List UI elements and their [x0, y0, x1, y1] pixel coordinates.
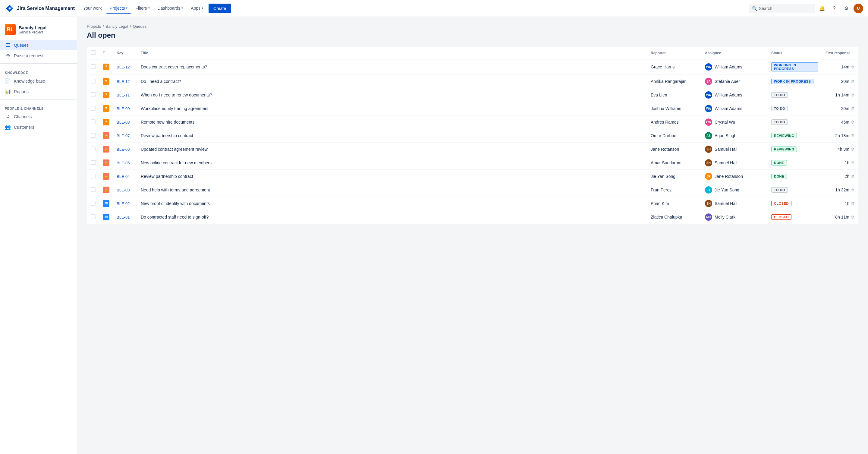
issue-key[interactable]: BLE-06 — [117, 147, 130, 152]
issue-assignee: SH Samuel Hall — [705, 159, 764, 167]
sidebar-item-reports[interactable]: 📊 Reports — [0, 86, 77, 97]
issue-key[interactable]: BLE-04 — [117, 174, 130, 179]
issue-title[interactable]: New proof of identity with documents — [137, 197, 647, 210]
sidebar-item-raise-request[interactable]: ⊕ Raise a request — [0, 50, 77, 61]
issue-reporter: Fran Perez — [647, 183, 701, 197]
issue-title[interactable]: Remote new hire documents — [137, 116, 647, 129]
breadcrumb-project[interactable]: Bancly Legal — [106, 24, 128, 29]
search-input[interactable] — [759, 6, 812, 11]
row-checkbox[interactable] — [91, 133, 96, 138]
issue-type-badge: ✉ — [103, 214, 110, 220]
nav-apps[interactable]: Apps ▾ — [187, 3, 207, 13]
row-checkbox[interactable] — [91, 106, 96, 111]
table-row: 🔒 BLE-07 Review partnership contract Oma… — [87, 129, 858, 143]
sidebar-item-channels[interactable]: 🖥 Channels — [0, 112, 77, 122]
issue-type-badge: 🔒 — [103, 187, 110, 193]
issues-table: T Key Title Reporter Assignee Status Fir… — [87, 47, 858, 224]
row-checkbox[interactable] — [91, 79, 96, 84]
assignee-avatar: WA — [705, 105, 712, 112]
th-key: Key — [113, 47, 137, 59]
issue-key[interactable]: BLE-05 — [117, 161, 130, 165]
issue-reporter: Annika Rangarajan — [647, 75, 701, 88]
apps-chevron-icon: ▾ — [202, 6, 203, 10]
first-response: 4h 3m ⏱ — [826, 147, 855, 152]
status-badge: TO DO — [771, 119, 788, 125]
assignee-name: Jie Yan Song — [715, 187, 739, 192]
first-response: 20m ⏱ — [826, 79, 855, 84]
row-checkbox[interactable] — [91, 214, 96, 219]
breadcrumb-projects[interactable]: Projects — [87, 24, 101, 29]
issue-key[interactable]: BLE-08 — [117, 120, 130, 124]
row-checkbox[interactable] — [91, 174, 96, 178]
search-box[interactable]: 🔍 — [749, 4, 815, 13]
response-time: 2h 18m — [835, 133, 849, 138]
nav-projects[interactable]: Projects ▾ — [106, 3, 131, 13]
issue-key[interactable]: BLE-02 — [117, 201, 130, 206]
issue-title[interactable]: Do I need a contract? — [137, 75, 647, 88]
sidebar-channels-label: Channels — [14, 114, 32, 119]
notifications-button[interactable]: 🔔 — [817, 4, 827, 13]
settings-button[interactable]: ⚙ — [841, 4, 851, 13]
sidebar-item-knowledge-base[interactable]: 📄 Knowledge base — [0, 75, 77, 86]
issue-key[interactable]: BLE-07 — [117, 133, 130, 138]
issue-title[interactable]: Workplace equity traning agreement — [137, 102, 647, 116]
issue-type-badge: 🔒 — [103, 146, 110, 153]
search-icon: 🔍 — [752, 6, 757, 11]
first-response: 1h ⏱ — [826, 160, 855, 165]
issue-title[interactable]: Does contract cover replacements? — [137, 59, 647, 75]
issue-assignee: AS Arjun Singh — [705, 132, 764, 139]
issue-title[interactable]: Updated contract agreement review — [137, 143, 647, 156]
filters-chevron-icon: ▾ — [148, 6, 150, 10]
table-row: ? BLE-09 Workplace equity traning agreem… — [87, 102, 858, 116]
issue-key[interactable]: BLE-09 — [117, 107, 130, 111]
issue-title[interactable]: Need help with terms and agreement — [137, 183, 647, 197]
help-button[interactable]: ? — [830, 4, 839, 13]
issue-reporter: Jane Rotanson — [647, 143, 701, 156]
issue-title[interactable]: Do contracted staff need to sign-off? — [137, 210, 647, 224]
assignee-name: Samuel Hall — [715, 147, 737, 152]
nav-your-work[interactable]: Your work — [80, 3, 105, 13]
assignee-avatar: CW — [705, 119, 712, 126]
breadcrumb: Projects / Bancly Legal / Queues — [87, 24, 858, 29]
project-type: Service Project — [19, 30, 47, 34]
first-response: 20m ⏱ — [826, 106, 855, 111]
nav-filters[interactable]: Filters ▾ — [132, 3, 153, 13]
response-time: 14m — [841, 64, 849, 69]
status-badge: TO DO — [771, 106, 788, 111]
page-title: All open — [87, 31, 858, 39]
row-checkbox[interactable] — [91, 64, 96, 69]
select-all-checkbox[interactable] — [91, 50, 96, 55]
issue-type-badge: ? — [103, 78, 110, 85]
issue-key[interactable]: BLE-11 — [117, 93, 130, 97]
customers-icon: 👥 — [5, 124, 11, 130]
issue-title[interactable]: Review partnership contract — [137, 129, 647, 143]
row-checkbox[interactable] — [91, 187, 96, 192]
status-badge: CLOSED — [771, 214, 792, 220]
user-avatar[interactable]: U — [854, 4, 863, 13]
issue-title[interactable]: New online contract for new members — [137, 156, 647, 170]
row-checkbox[interactable] — [91, 147, 96, 151]
nav-dashboards[interactable]: Dashboards ▾ — [154, 3, 187, 13]
project-header: BL Bancly Legal Service Project — [0, 22, 77, 40]
issue-key[interactable]: BLE-12 — [117, 79, 130, 84]
breadcrumb-sep-1: / — [103, 24, 104, 29]
issue-reporter: Amar Sundaram — [647, 156, 701, 170]
clock-icon: ⏱ — [850, 107, 855, 111]
row-checkbox[interactable] — [91, 201, 96, 206]
issue-title[interactable]: Review partnership contract — [137, 170, 647, 183]
issue-key[interactable]: BLE-03 — [117, 188, 130, 192]
issue-key[interactable]: BLE-01 — [117, 215, 130, 219]
row-checkbox[interactable] — [91, 92, 96, 97]
sidebar-customers-label: Customers — [14, 125, 34, 130]
status-badge: WORK IN PROGRESS — [771, 79, 813, 84]
row-checkbox[interactable] — [91, 119, 96, 124]
first-response: 45m ⏱ — [826, 120, 855, 124]
status-badge: WORKING IN PROGRESS — [771, 62, 818, 71]
create-button[interactable]: Create — [209, 4, 231, 13]
row-checkbox[interactable] — [91, 160, 96, 165]
issue-title[interactable]: When do I need to renew documents? — [137, 88, 647, 102]
sidebar-item-queues[interactable]: ☰ Queues — [0, 40, 77, 50]
issue-key[interactable]: BLE-12 — [117, 65, 130, 69]
sidebar-item-customers[interactable]: 👥 Customers — [0, 122, 77, 132]
app-logo[interactable]: Jira Service Management — [5, 4, 75, 13]
